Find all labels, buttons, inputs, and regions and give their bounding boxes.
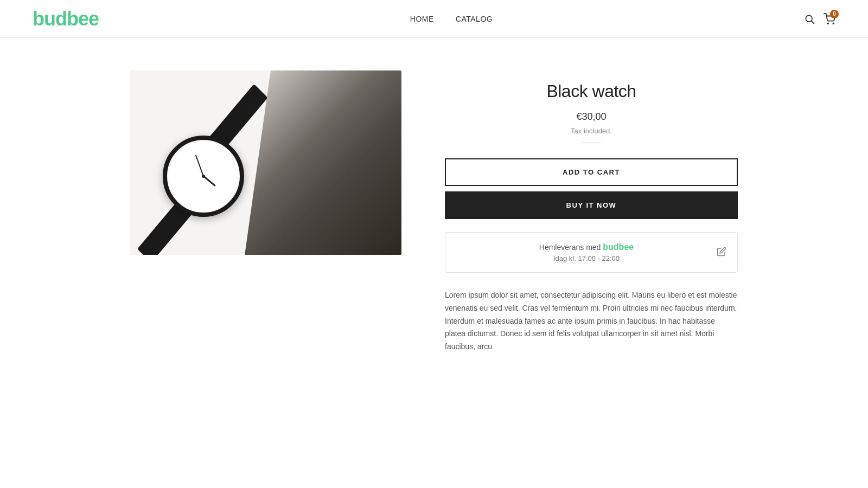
search-icon (804, 14, 815, 24)
search-button[interactable] (804, 14, 815, 24)
tax-info: Tax included. (571, 127, 612, 135)
add-to-cart-button[interactable]: ADD TO CART (445, 158, 738, 186)
svg-point-0 (806, 15, 812, 22)
nav-catalog[interactable]: CATALOG (456, 15, 493, 23)
delivery-logo: budbee (603, 242, 634, 252)
site-header: budbee HOME CATALOG 0 (0, 0, 868, 38)
svg-point-2 (827, 23, 828, 24)
cart-button[interactable]: 0 (824, 13, 835, 25)
svg-line-1 (812, 21, 814, 23)
watch-face (168, 141, 239, 211)
svg-point-3 (833, 23, 834, 24)
hand-center (202, 175, 205, 178)
cart-count: 0 (830, 10, 839, 18)
product-description: Lorem ipsum dolor sit amet, consectetur … (445, 289, 738, 354)
delivery-line2: Idag kl. 17:00 - 22:00 (456, 254, 717, 262)
buy-now-button[interactable]: BUY IT NOW (445, 191, 738, 219)
site-logo: budbee (33, 8, 99, 30)
delivery-text: Hemleverans med budbee Idag kl. 17:00 - … (456, 242, 717, 262)
product-price: €30,00 (576, 111, 606, 123)
delivery-prefix: Hemleverans med (539, 243, 603, 252)
watch-scene (130, 70, 401, 255)
product-page: Black watch €30,00 Tax included. ADD TO … (108, 70, 760, 354)
delivery-line1: Hemleverans med budbee (456, 242, 717, 252)
product-image (130, 70, 401, 255)
product-title: Black watch (546, 81, 636, 101)
delivery-edit-icon[interactable] (717, 247, 726, 259)
minute-hand (195, 155, 204, 176)
delivery-box: Hemleverans med budbee Idag kl. 17:00 - … (445, 232, 738, 273)
product-info-column: Black watch €30,00 Tax included. ADD TO … (445, 70, 738, 354)
main-nav: HOME CATALOG (410, 15, 493, 23)
watch-body (163, 136, 244, 217)
hour-hand (203, 176, 215, 187)
divider (582, 143, 601, 143)
nav-home[interactable]: HOME (410, 15, 434, 23)
product-image-column (130, 70, 401, 354)
header-icons: 0 (804, 13, 835, 25)
